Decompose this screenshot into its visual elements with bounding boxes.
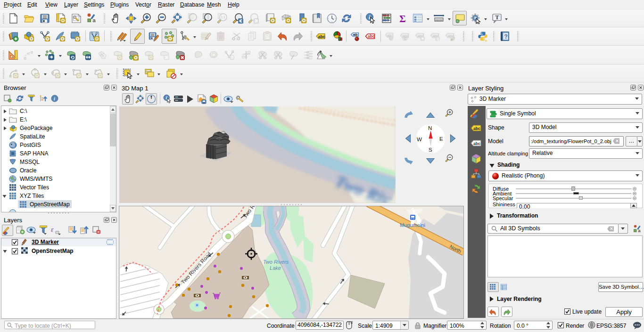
svg-text:Σ: Σ <box>399 13 406 24</box>
svg-text:i: i <box>166 95 167 100</box>
svg-text:ε: ε <box>51 226 54 233</box>
svg-text:abc: abc <box>473 141 480 146</box>
svg-text:Two Rivers: Two Rivers <box>263 259 289 265</box>
svg-text:abc: abc <box>368 34 375 39</box>
svg-text:T: T <box>495 14 499 21</box>
svg-text:W: W <box>417 137 422 142</box>
svg-text:1:1: 1:1 <box>221 16 226 19</box>
svg-text:i: i <box>54 96 55 101</box>
svg-text:Mugumoini: Mugumoini <box>400 222 425 228</box>
svg-text:?: ? <box>504 33 508 40</box>
svg-text:abc: abc <box>318 34 326 39</box>
svg-text:abc: abc <box>403 34 409 38</box>
svg-text:E: E <box>439 136 443 142</box>
svg-text:S: S <box>429 147 432 153</box>
svg-text:N: N <box>428 125 432 131</box>
svg-text:a: a <box>93 17 96 23</box>
svg-text:Lake: Lake <box>270 265 281 271</box>
svg-text:abc: abc <box>473 126 480 131</box>
svg-text:a: a <box>638 228 641 233</box>
